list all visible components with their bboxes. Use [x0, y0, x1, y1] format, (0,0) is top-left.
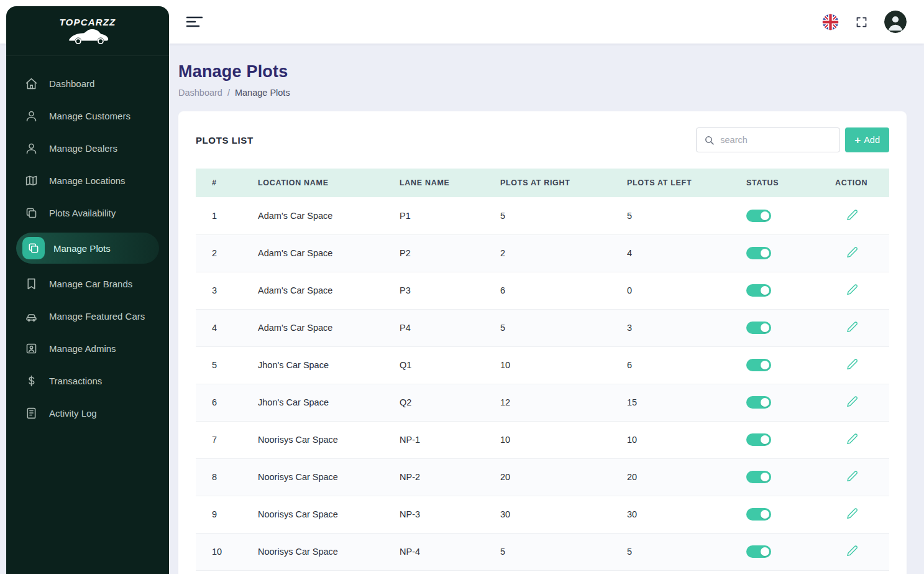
status-toggle[interactable]	[746, 210, 771, 222]
brand-logo[interactable]: TOPCARZZ	[6, 6, 169, 56]
status-cell	[739, 197, 828, 234]
breadcrumb-separator: /	[227, 88, 230, 98]
status-cell	[739, 533, 828, 570]
status-cell	[739, 272, 828, 309]
car-icon	[25, 310, 38, 323]
status-toggle[interactable]	[746, 508, 771, 521]
sidebar-item-manage-admins[interactable]: Manage Admins	[6, 332, 169, 364]
action-cell	[828, 421, 889, 458]
edit-button[interactable]	[846, 507, 858, 519]
row-number: 10	[196, 533, 250, 570]
toggle-knob	[761, 211, 769, 220]
column-header-num: #	[196, 169, 250, 197]
breadcrumb-current: Manage Plots	[235, 88, 290, 98]
copy-icon	[25, 206, 38, 220]
action-cell	[828, 384, 889, 421]
plots-at-right-cell: 5	[493, 533, 620, 570]
plots-at-left-cell: 20	[620, 458, 739, 496]
fullscreen-icon[interactable]	[855, 16, 868, 29]
plots-table: #LOCATION NAMELANE NAMEPLOTS AT RIGHTPLO…	[196, 169, 889, 571]
status-toggle[interactable]	[746, 545, 771, 558]
location-name-cell: Noorisys Car Space	[250, 458, 392, 496]
plots-at-right-cell: 2	[493, 234, 620, 272]
language-flag-icon[interactable]	[822, 14, 839, 30]
status-cell	[739, 346, 828, 384]
toggle-knob	[761, 361, 769, 369]
add-button[interactable]: + Add	[845, 127, 889, 152]
row-number: 5	[196, 346, 250, 384]
table-row: 7Noorisys Car SpaceNP-11010	[196, 421, 889, 458]
sidebar-item-manage-featured-cars[interactable]: Manage Featured Cars	[6, 300, 169, 332]
status-toggle[interactable]	[746, 471, 771, 483]
plots-at-left-cell: 5	[620, 197, 739, 234]
status-toggle[interactable]	[746, 433, 771, 446]
user-avatar[interactable]	[884, 11, 907, 33]
lane-name-cell: NP-4	[392, 533, 493, 570]
sidebar-item-manage-plots[interactable]: Manage Plots	[16, 233, 159, 264]
table-row: 4Adam's Car SpaceP453	[196, 309, 889, 346]
toggle-knob	[761, 435, 769, 444]
column-header-lane-name: LANE NAME	[392, 169, 493, 197]
column-header-plots-at-right: PLOTS AT RIGHT	[493, 169, 620, 197]
lane-name-cell: NP-2	[392, 458, 493, 496]
plots-list-card: PLOTS LIST + Add #LOCATION NAMELANE	[178, 111, 907, 574]
location-name-cell: Noorisys Car Space	[250, 421, 392, 458]
toggle-knob	[761, 249, 769, 257]
card-header: PLOTS LIST + Add	[196, 127, 889, 152]
sidebar-item-label: Plots Availability	[49, 208, 116, 218]
table-row: 10Noorisys Car SpaceNP-455	[196, 533, 889, 570]
plots-at-left-cell: 5	[620, 533, 739, 570]
menu-toggle-button[interactable]	[184, 13, 205, 30]
plots-at-right-cell: 5	[493, 309, 620, 346]
sidebar-item-transactions[interactable]: Transactions	[6, 364, 169, 397]
edit-button[interactable]	[846, 545, 858, 557]
edit-button[interactable]	[846, 246, 858, 258]
edit-button[interactable]	[846, 209, 858, 221]
user-icon	[25, 142, 38, 155]
edit-button[interactable]	[846, 470, 858, 482]
topbar-actions	[822, 11, 907, 33]
table-row: 2Adam's Car SpaceP224	[196, 234, 889, 272]
lane-name-cell: P3	[392, 272, 493, 309]
row-number: 3	[196, 272, 250, 309]
sidebar-item-manage-locations[interactable]: Manage Locations	[6, 164, 169, 197]
status-toggle[interactable]	[746, 359, 771, 371]
status-toggle[interactable]	[746, 284, 771, 297]
sidebar-item-activity-log[interactable]: Activity Log	[6, 397, 169, 429]
file-icon	[25, 407, 38, 420]
column-header-action: ACTION	[828, 169, 889, 197]
sidebar-item-manage-customers[interactable]: Manage Customers	[6, 100, 169, 132]
edit-button[interactable]	[846, 433, 858, 445]
row-number: 2	[196, 234, 250, 272]
edit-button[interactable]	[846, 321, 858, 333]
sidebar-item-manage-car-brands[interactable]: Manage Car Brands	[6, 267, 169, 300]
search-input[interactable]	[720, 135, 832, 145]
sidebar-item-plots-availability[interactable]: Plots Availability	[6, 197, 169, 229]
plots-at-left-cell: 3	[620, 309, 739, 346]
status-toggle[interactable]	[746, 396, 771, 409]
plots-at-right-cell: 6	[493, 272, 620, 309]
action-cell	[828, 234, 889, 272]
sidebar-item-label: Activity Log	[49, 408, 97, 419]
table-row: 3Adam's Car SpaceP360	[196, 272, 889, 309]
status-toggle[interactable]	[746, 247, 771, 259]
action-cell	[828, 533, 889, 570]
action-cell	[828, 458, 889, 496]
plots-at-right-cell: 20	[493, 458, 620, 496]
sidebar-item-label: Transactions	[49, 376, 102, 386]
edit-button[interactable]	[846, 358, 858, 370]
edit-button[interactable]	[846, 396, 858, 407]
sidebar-item-label: Manage Featured Cars	[49, 311, 145, 322]
column-header-location-name: LOCATION NAME	[250, 169, 392, 197]
page-title: Manage Plots	[178, 62, 907, 81]
breadcrumb-dashboard-link[interactable]: Dashboard	[178, 88, 222, 98]
plots-at-left-cell: 15	[620, 384, 739, 421]
hamburger-icon	[186, 16, 203, 28]
sidebar-item-manage-dealers[interactable]: Manage Dealers	[6, 132, 169, 164]
status-toggle[interactable]	[746, 322, 771, 334]
sidebar-item-dashboard[interactable]: Dashboard	[6, 67, 169, 100]
breadcrumb: Dashboard / Manage Plots	[178, 88, 907, 98]
home-icon	[25, 77, 38, 90]
badge-icon	[25, 342, 38, 355]
edit-button[interactable]	[846, 284, 858, 295]
